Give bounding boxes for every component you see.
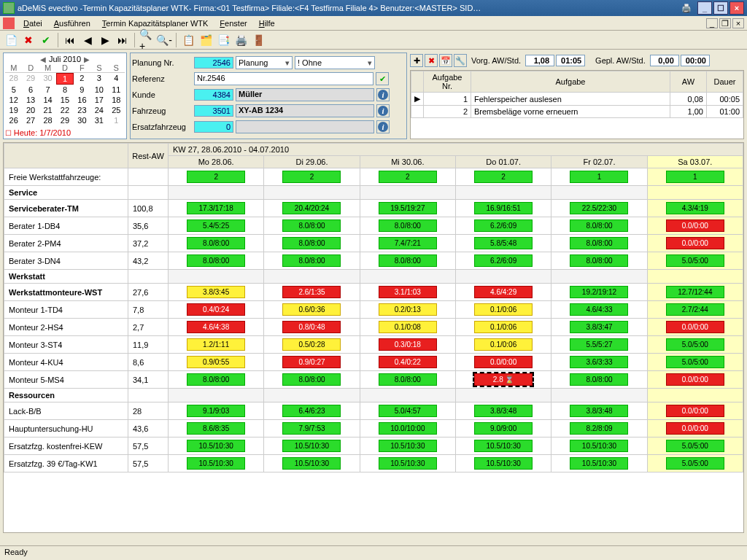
- plan-cell[interactable]: 2: [169, 168, 264, 186]
- plan-cell[interactable]: 8.0/8:00: [169, 252, 264, 270]
- cal-day[interactable]: 12: [5, 95, 22, 105]
- plan-cell[interactable]: 8.6/8:35: [169, 420, 264, 438]
- cal-day[interactable]: 30: [74, 115, 90, 125]
- ok-button[interactable]: ✔: [376, 72, 389, 85]
- cal-day[interactable]: 24: [90, 105, 107, 115]
- mdi-close[interactable]: ×: [732, 18, 744, 28]
- plan-cell[interactable]: 0.9/0:55: [169, 354, 264, 371]
- plan-cell[interactable]: 4.6/4:29: [455, 284, 551, 301]
- menu-datei[interactable]: Datei: [18, 18, 48, 29]
- cal-today[interactable]: ☐ Heute: 1/7/2010: [5, 128, 125, 137]
- cal-day[interactable]: 1: [56, 73, 73, 85]
- plan-cell[interactable]: 0.9/0:27: [264, 354, 360, 371]
- cal-day[interactable]: 22: [56, 105, 73, 115]
- plan-cell[interactable]: 2.8 ⌛: [455, 371, 551, 389]
- plan-cell[interactable]: 3.6/3:33: [551, 354, 647, 371]
- cal-day[interactable]: 7: [39, 85, 56, 95]
- tb-last[interactable]: ⏭: [115, 32, 131, 48]
- plan-cell[interactable]: 2: [360, 168, 455, 186]
- mdi-minimize[interactable]: _: [706, 18, 718, 28]
- cal-day[interactable]: 6: [22, 85, 39, 95]
- plan-cell[interactable]: 0.0/0:00: [647, 402, 743, 420]
- plan-cell[interactable]: 8.0/8:00: [360, 371, 455, 389]
- fahrzeug-info[interactable]: i: [376, 104, 390, 117]
- menu-fenster[interactable]: Fenster: [214, 18, 252, 29]
- plan-cell[interactable]: 0.1/0:06: [455, 319, 551, 336]
- plan-cell[interactable]: 8.0/8:00: [360, 217, 455, 235]
- planung-drop[interactable]: Planung: [236, 56, 293, 69]
- task-row[interactable]: 2Bremsbeläge vorne erneuern1,0001:00: [411, 106, 743, 118]
- plan-cell[interactable]: 0.4/0:24: [169, 301, 264, 319]
- plan-cell[interactable]: 10.5/10:30: [360, 438, 455, 455]
- cal-day[interactable]: 10: [90, 85, 107, 95]
- plan-cell[interactable]: 4.6/4:38: [169, 319, 264, 336]
- cal-day[interactable]: 29: [56, 115, 73, 125]
- plan-cell[interactable]: 19.5/19:27: [360, 200, 455, 217]
- plan-cell[interactable]: 0.0/0:00: [647, 371, 743, 389]
- plan-cell[interactable]: 0.1/0:06: [455, 301, 551, 319]
- plan-cell[interactable]: 3.8/3:45: [169, 284, 264, 301]
- task-add[interactable]: ✚: [410, 54, 423, 67]
- plan-cell[interactable]: 8.0/8:00: [264, 252, 360, 270]
- tb-first[interactable]: ⏮: [62, 32, 78, 48]
- plan-cell[interactable]: 5.0/5:00: [647, 336, 743, 354]
- plan-cell[interactable]: 4.3/4:19: [647, 200, 743, 217]
- plan-cell[interactable]: 0.8/0:48: [264, 319, 360, 336]
- fahrzeug-input[interactable]: XY-AB 1234: [236, 104, 374, 117]
- plan-cell[interactable]: 9.0/9:00: [455, 420, 551, 438]
- menu-hilfe[interactable]: Hilfe: [253, 18, 281, 29]
- plan-cell[interactable]: 10.5/10:30: [455, 455, 551, 472]
- plan-cell[interactable]: 3.8/3:48: [551, 402, 647, 420]
- plan-cell[interactable]: 20.4/20:24: [264, 200, 360, 217]
- task-grid[interactable]: Aufgabe Nr. Aufgabe AW Dauer ▶1Fehlerspe…: [410, 70, 744, 139]
- plan-cell[interactable]: 6.4/6:23: [264, 402, 360, 420]
- plan-cell[interactable]: 8.0/8:00: [264, 235, 360, 252]
- kunde-info[interactable]: i: [376, 88, 390, 101]
- plan-cell[interactable]: 8.0/8:00: [551, 371, 647, 389]
- tb-zoomin[interactable]: 🔍+: [139, 32, 155, 48]
- task-row[interactable]: ▶1Fehlerspeicher auslesen0,0800:05: [411, 93, 743, 106]
- plan-cell[interactable]: 5.8/5:48: [455, 235, 551, 252]
- cal-prev-icon[interactable]: ◀: [40, 55, 46, 63]
- plan-cell[interactable]: 0.0/0:00: [455, 354, 551, 371]
- plan-cell[interactable]: 8.0/8:00: [169, 235, 264, 252]
- cal-day[interactable]: 23: [74, 105, 90, 115]
- tb-tool1[interactable]: 📋: [180, 32, 196, 48]
- planung-nr[interactable]: 2546: [194, 57, 233, 69]
- plan-cell[interactable]: 12.7/12:44: [647, 284, 743, 301]
- plan-cell[interactable]: 4.6/4:33: [551, 301, 647, 319]
- cal-day[interactable]: 26: [5, 115, 22, 125]
- task-cal[interactable]: 📅: [439, 54, 452, 67]
- plan-cell[interactable]: 8.0/8:00: [551, 217, 647, 235]
- plan-cell[interactable]: 8.0/8:00: [551, 235, 647, 252]
- tb-exit[interactable]: 🚪: [250, 32, 266, 48]
- task-flag[interactable]: 🔧: [454, 54, 467, 67]
- cal-day[interactable]: 28: [39, 115, 56, 125]
- plan-cell[interactable]: 3.1/1:03: [360, 284, 455, 301]
- cal-day[interactable]: 19: [5, 105, 22, 115]
- ersatz-input[interactable]: [236, 120, 374, 133]
- cal-day[interactable]: 2: [74, 73, 90, 85]
- plan-cell[interactable]: 10.0/10:00: [360, 420, 455, 438]
- plan-cell[interactable]: 0.1/0:06: [455, 336, 551, 354]
- plan-cell[interactable]: 5.5/5:27: [551, 336, 647, 354]
- plan-cell[interactable]: 10.5/10:30: [264, 455, 360, 472]
- plan-cell[interactable]: 0.4/0:22: [360, 354, 455, 371]
- plan-cell[interactable]: 0.0/0:00: [647, 235, 743, 252]
- plan-cell[interactable]: 8.2/8:09: [551, 420, 647, 438]
- plan-cell[interactable]: 0.0/0:00: [647, 217, 743, 235]
- tb-delete[interactable]: ✖: [20, 32, 36, 48]
- plan-cell[interactable]: 6.2/6:09: [455, 252, 551, 270]
- menu-ausfuehren[interactable]: Ausführen: [48, 18, 96, 29]
- plan-cell[interactable]: 8.0/8:00: [551, 252, 647, 270]
- cal-day[interactable]: 27: [22, 115, 39, 125]
- plan-cell[interactable]: 0.2/0:13: [360, 301, 455, 319]
- cal-day[interactable]: 16: [74, 95, 90, 105]
- cal-day[interactable]: 14: [39, 95, 56, 105]
- kunde-input[interactable]: Müller: [236, 88, 374, 101]
- plan-cell[interactable]: 5.0/5:00: [647, 252, 743, 270]
- ersatz-nr[interactable]: 0: [194, 121, 233, 133]
- plan-cell[interactable]: 9.1/9:03: [169, 402, 264, 420]
- plan-cell[interactable]: 10.5/10:30: [551, 438, 647, 455]
- plan-cell[interactable]: 0.1/0:08: [360, 319, 455, 336]
